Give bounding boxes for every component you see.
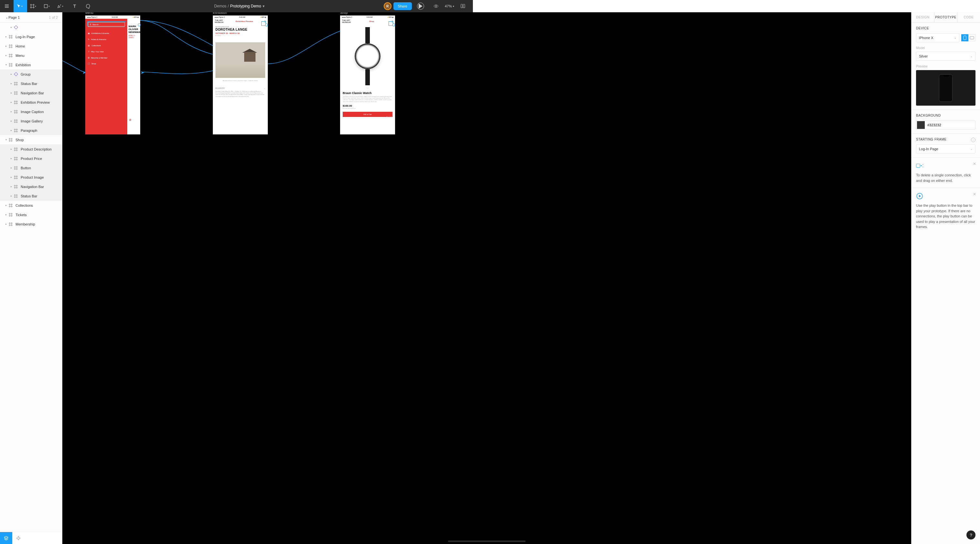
menu-item-icon: ⛶ (88, 63, 90, 65)
frame-label[interactable]: Shop (340, 12, 348, 14)
layer-row[interactable]: ▸Group (0, 70, 62, 79)
frame-icon (14, 128, 18, 133)
frame-icon (8, 53, 13, 58)
frame-icon (8, 44, 13, 48)
file-title: Prototyping Demo (230, 4, 261, 8)
frame-label[interactable]: Exhibition (213, 12, 227, 14)
hamburger-icon[interactable]: ☰ (264, 20, 266, 22)
frame-menu[interactable]: ●●●● Figma ⚲9:42 AM⚡42% ▮ ⚲ Search ▦Exhi… (85, 16, 140, 134)
layer-row[interactable]: ▸Image Caption (0, 107, 62, 116)
connection-node[interactable] (138, 24, 140, 26)
frame-label[interactable]: Menu (85, 12, 93, 14)
layer-row[interactable]: ▸Navigation Bar (0, 182, 62, 191)
canvas[interactable]: ➤ ➤ Menu ●●●● Figma ⚲9:42 AM⚡42% ▮ ⚲ Sea… (62, 12, 473, 262)
menu-item-icon: ✪ (88, 57, 89, 59)
frame-icon (8, 222, 13, 226)
frame-icon (8, 138, 13, 142)
menu-item[interactable]: ▦Exhibitions & Events (88, 30, 125, 36)
arrow-icon: ➤ (140, 70, 145, 75)
menu-item[interactable]: ▥Collections (88, 42, 125, 48)
svg-point-1 (436, 5, 437, 7)
connection-node[interactable] (265, 24, 268, 26)
frame-icon (14, 119, 18, 123)
menu-item-icon: ▦ (88, 32, 90, 34)
pin-icon: ⦿ (129, 119, 132, 121)
layer-row[interactable]: ▸Membership (0, 220, 62, 229)
top-toolbar: ▾ ▾ ▾ ▾ Demos / Prototyping Demo ▾ R Sha… (0, 0, 473, 12)
layer-row[interactable]: ▸Button (0, 163, 62, 172)
layer-row[interactable]: ▸Exhibition Preview (0, 97, 62, 107)
share-button[interactable]: Share (393, 2, 412, 10)
frame-icon (8, 203, 13, 208)
menu-item[interactable]: ⛶Shop (88, 61, 125, 67)
status-bar: ●●●● Figma ⚲9:42 AM⚡42% ▮ (340, 16, 395, 19)
frame-icon (14, 166, 18, 170)
frame-shop[interactable]: ●●●● Figma ⚲9:42 AM⚡42% ▮ THE ART MUSEUM… (340, 16, 395, 134)
layer-row[interactable]: ▸Image Gallery (0, 116, 62, 126)
component-icon (14, 25, 18, 30)
menu-item-icon: ▥ (88, 44, 90, 46)
add-to-cart-button[interactable]: Add to Cart (343, 112, 393, 117)
svg-rect-0 (44, 5, 48, 8)
frame-icon (14, 194, 18, 198)
layer-row[interactable]: ▸ (0, 22, 62, 32)
text-tool[interactable] (68, 0, 81, 12)
frame-icon (14, 175, 18, 180)
layer-row[interactable]: ▸Menu (0, 51, 62, 60)
layer-row[interactable]: ▸Status Bar (0, 79, 62, 88)
chevron-down-icon[interactable]: ▾ (262, 4, 264, 8)
hamburger-icon[interactable]: ☰ (391, 20, 393, 22)
layer-row[interactable]: ▾Exhibition (0, 60, 62, 70)
chevron-down-icon[interactable]: ⌄ (264, 87, 265, 89)
frame-icon (8, 213, 13, 217)
navigation-bar: THE ART MUSEUMExhibition Preview☰ (213, 19, 268, 24)
library-icon[interactable] (456, 0, 470, 12)
menu-item-icon: ✎ (88, 38, 89, 40)
menu-item[interactable]: ✎Artists & Artworks (88, 36, 125, 42)
status-bar: ●●●● Figma ⚲9:42 AM⚡42% ▮ (85, 16, 140, 19)
product-title: Braun Classic Watch (343, 91, 393, 95)
search-input[interactable]: ⚲ Search (88, 22, 125, 27)
frame-icon (14, 185, 18, 189)
pen-tool[interactable]: ▾ (54, 0, 68, 12)
menu-item-icon: ⚐ (88, 50, 89, 52)
layer-row[interactable]: ▸Status Bar (0, 191, 62, 200)
layer-row[interactable]: ▸Paragraph (0, 126, 62, 135)
avatar[interactable]: R (384, 2, 391, 10)
move-tool[interactable]: ▾ (14, 0, 27, 12)
connection-node[interactable] (393, 24, 395, 26)
navigation-bar: THE ART MUSEUMShop☰ (340, 19, 395, 24)
shape-tool[interactable]: ▾ (41, 0, 54, 12)
quantity-stepper[interactable]: ⊟ 0 ⊞ (386, 116, 392, 118)
layer-row[interactable]: ▾Shop (0, 135, 62, 145)
layer-row[interactable]: ▸Product Image (0, 172, 62, 182)
layers-panel: ▸ Page 1 1 of 2 ▸▸Log-In Page▸Home▸Menu▾… (0, 12, 62, 262)
frame-icon (14, 147, 18, 151)
status-bar: ●●●● Figma ⚲9:42 AM⚡42% ▮ (213, 16, 268, 19)
layer-row[interactable]: ▸Collections (0, 200, 62, 210)
exhibition-title: DOROTHEA LANGE (215, 28, 265, 31)
breadcrumb-parent: Demos (214, 4, 226, 8)
frame-icon (14, 81, 18, 86)
zoom-level[interactable]: 47%▾ (445, 4, 454, 8)
view-settings-icon[interactable] (429, 0, 443, 12)
layer-row[interactable]: ▸Home (0, 41, 62, 51)
breadcrumb[interactable]: Demos / Prototyping Demo ▾ (95, 4, 384, 8)
layer-row[interactable]: ▸Tickets (0, 210, 62, 220)
present-button[interactable] (414, 0, 427, 12)
frame-icon (14, 156, 18, 161)
menu-icon[interactable] (0, 0, 14, 12)
component-icon (14, 72, 18, 76)
page-selector[interactable]: ▸ Page 1 1 of 2 (0, 12, 62, 22)
menu-item[interactable]: ⚐Plan Your Visit (88, 48, 125, 55)
product-price: $160.00 (343, 104, 393, 107)
frame-exhibition[interactable]: ●●●● Figma ⚲9:42 AM⚡42% ▮ THE ART MUSEUM… (213, 16, 268, 134)
frame-icon (14, 110, 18, 114)
menu-item[interactable]: ✪Become a Member (88, 55, 125, 61)
layer-row[interactable]: ▸Product Price (0, 154, 62, 163)
layer-row[interactable]: ▸Product Description (0, 145, 62, 154)
comment-tool[interactable] (81, 0, 95, 12)
layer-row[interactable]: ▸Navigation Bar (0, 88, 62, 97)
layer-row[interactable]: ▸Log-In Page (0, 32, 62, 41)
frame-tool[interactable]: ▾ (27, 0, 41, 12)
